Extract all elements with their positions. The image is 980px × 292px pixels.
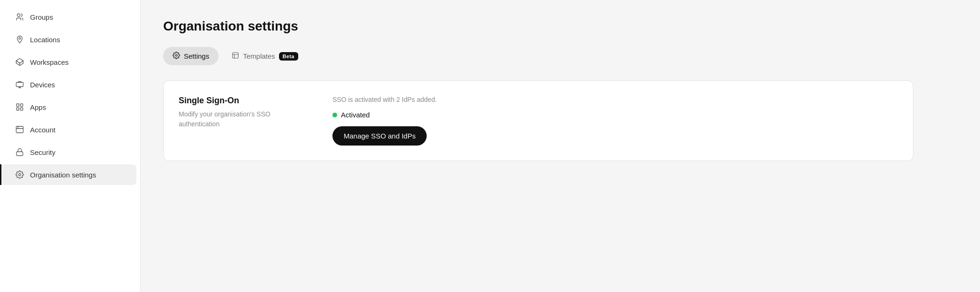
workspaces-icon (15, 57, 24, 67)
svg-point-1 (19, 38, 21, 39)
templates-tab-icon (232, 52, 239, 61)
svg-rect-11 (16, 126, 23, 133)
sidebar-item-locations-label: Locations (30, 36, 60, 44)
sidebar-item-organisation-settings[interactable]: Organisation settings (0, 164, 136, 185)
sidebar-item-account-label: Account (30, 126, 55, 134)
sidebar-item-apps-label: Apps (30, 103, 46, 111)
svg-point-15 (19, 174, 21, 176)
settings-tab-icon (173, 52, 180, 61)
card-right: SSO is activated with 2 IdPs added. Acti… (332, 96, 437, 146)
beta-badge: Beta (279, 52, 298, 61)
sidebar-item-devices[interactable]: Devices (4, 74, 136, 95)
account-icon (15, 125, 24, 134)
sso-card: Single Sign-On Modify your organisation'… (163, 80, 913, 161)
svg-rect-8 (21, 104, 23, 106)
manage-sso-button[interactable]: Manage SSO and IdPs (332, 126, 427, 146)
svg-rect-14 (16, 152, 23, 155)
svg-rect-7 (16, 104, 19, 106)
sidebar-item-groups-label: Groups (30, 13, 53, 21)
svg-rect-9 (16, 108, 19, 110)
sidebar-item-apps[interactable]: Apps (4, 97, 136, 117)
devices-icon (15, 80, 24, 89)
sidebar-item-security[interactable]: Security (4, 142, 136, 162)
sidebar-item-workspaces[interactable]: Workspaces (4, 52, 136, 72)
tab-templates[interactable]: Templates Beta (222, 47, 307, 65)
apps-icon (15, 102, 24, 112)
main-content: Organisation settings Settings Templates (141, 0, 980, 292)
sidebar: Groups Locations Workspaces (0, 0, 141, 292)
sidebar-item-organisation-settings-label: Organisation settings (30, 171, 96, 179)
sidebar-item-locations[interactable]: Locations (4, 29, 136, 50)
groups-icon (15, 12, 24, 22)
sidebar-item-account[interactable]: Account (4, 119, 136, 140)
tab-settings-label: Settings (184, 52, 209, 60)
status-row: Activated (332, 111, 437, 119)
svg-rect-17 (233, 53, 238, 58)
svg-rect-4 (16, 83, 23, 87)
card-left: Single Sign-On Modify your organisation'… (179, 96, 310, 129)
card-description: Modify your organisation's SSO authentic… (179, 109, 310, 129)
security-icon (15, 147, 24, 157)
svg-rect-10 (21, 108, 23, 110)
sso-status-text: SSO is activated with 2 IdPs added. (332, 96, 437, 103)
org-settings-icon (15, 170, 24, 179)
tab-settings[interactable]: Settings (163, 47, 219, 65)
sidebar-item-groups[interactable]: Groups (4, 7, 136, 27)
status-label: Activated (341, 111, 370, 119)
page-title: Organisation settings (163, 19, 957, 34)
sidebar-item-workspaces-label: Workspaces (30, 58, 68, 66)
tab-templates-label: Templates (243, 52, 275, 60)
locations-icon (15, 35, 24, 44)
status-dot-active (332, 113, 337, 117)
sidebar-item-devices-label: Devices (30, 81, 55, 89)
svg-point-0 (17, 14, 20, 16)
sidebar-item-security-label: Security (30, 148, 55, 156)
card-title: Single Sign-On (179, 96, 310, 106)
tabs: Settings Templates Beta (163, 47, 957, 65)
svg-point-16 (175, 54, 177, 56)
